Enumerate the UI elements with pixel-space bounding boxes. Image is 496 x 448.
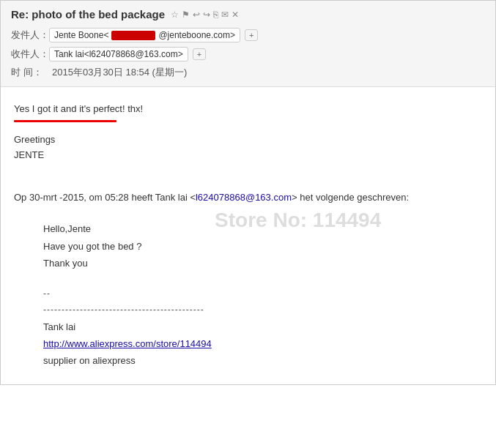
reply-line1: Yes I got it and it's perfect! thx! — [14, 102, 482, 117]
sender-name: JENTE — [14, 148, 482, 163]
email-subject: Re: photo of the bed package — [11, 8, 165, 20]
quoted-intro-end: > het volgende geschreven: — [292, 192, 409, 203]
email-header: Re: photo of the bed package ☆ ⚑ ↩ ↪ ⎘ ✉… — [1, 1, 495, 87]
quoted-divider: ----------------------------------------… — [43, 302, 482, 318]
quoted-link-line: http://www.aliexpress.com/store/114494 — [43, 335, 482, 352]
reply-icon[interactable]: ↩ — [193, 10, 200, 20]
to-row: 收件人： Tank lai<l624078868@163.com> + — [11, 47, 485, 61]
time-label: 时 间： — [11, 66, 48, 79]
header-icons: ☆ ⚑ ↩ ↪ ⎘ ✉ ✕ — [171, 10, 239, 20]
quoted-hello: Hello,Jente — [43, 220, 482, 237]
copy-icon[interactable]: ⎘ — [213, 10, 218, 20]
store-link[interactable]: http://www.aliexpress.com/store/114494 — [43, 338, 212, 349]
quoted-intro: Op 30-mrt -2015, om 05:28 heeft Tank lai… — [14, 190, 482, 206]
from-name: Jente Boone< — [54, 30, 108, 40]
quoted-block: Hello,Jente Have you got the bed ? Thank… — [43, 220, 482, 370]
to-address-tag: Tank lai<l624078868@163.com> — [49, 47, 188, 61]
time-value: 2015年03月30日 18:54 (星期一) — [52, 66, 187, 79]
from-label: 发件人： — [11, 29, 49, 42]
from-value: Jente Boone<@jenteboone.com> + — [49, 28, 258, 42]
quoted-intro-text: Op 30-mrt -2015, om 05:28 heeft Tank lai… — [14, 192, 196, 203]
title-row: Re: photo of the bed package ☆ ⚑ ↩ ↪ ⎘ ✉… — [11, 8, 485, 20]
greeting-line: Greetings — [14, 132, 482, 148]
from-redacted — [111, 31, 155, 40]
spacer — [14, 176, 482, 190]
flag-icon[interactable]: ⚑ — [182, 10, 190, 20]
from-address-tag: Jente Boone<@jenteboone.com> — [49, 28, 240, 42]
quoted-footer: supplier on aliexpress — [43, 352, 482, 369]
email-container: Re: photo of the bed package ☆ ⚑ ↩ ↪ ⎘ ✉… — [0, 0, 496, 385]
add-from-button[interactable]: + — [245, 29, 258, 41]
quoted-question: Have you got the bed ? — [43, 238, 482, 255]
star-icon[interactable]: ☆ — [171, 10, 179, 20]
from-domain: @jenteboone.com> — [158, 30, 235, 40]
quoted-thanks: Thank you — [43, 255, 482, 272]
quoted-dash: -- — [43, 286, 482, 302]
forward-icon[interactable]: ↪ — [203, 10, 210, 20]
from-row: 发件人： Jente Boone<@jenteboone.com> + — [11, 28, 485, 42]
close-icon[interactable]: ✕ — [232, 10, 239, 20]
print-icon[interactable]: ✉ — [221, 10, 229, 20]
greeting-block: Greetings JENTE — [14, 132, 482, 163]
underline-decoration — [14, 120, 116, 122]
to-address: Tank lai<l624078868@163.com> — [54, 49, 183, 59]
to-value: Tank lai<l624078868@163.com> + — [49, 47, 206, 61]
quoted-email-link[interactable]: l624078868@163.com — [196, 192, 292, 203]
quoted-name: Tank lai — [43, 318, 482, 335]
time-row: 时 间： 2015年03月30日 18:54 (星期一) — [11, 66, 485, 79]
to-label: 收件人： — [11, 48, 49, 61]
spacer2 — [43, 272, 482, 286]
add-to-button[interactable]: + — [193, 48, 206, 60]
email-body: Yes I got it and it's perfect! thx! Gree… — [1, 87, 495, 384]
